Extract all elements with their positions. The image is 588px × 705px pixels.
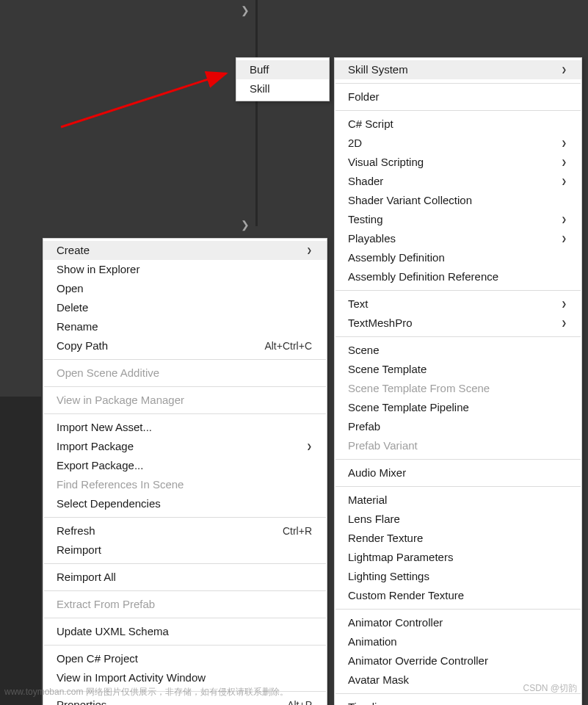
create-submenu[interactable]: Skill System❯FolderC# Script2D❯Visual Sc… bbox=[334, 57, 582, 705]
create-item-shader[interactable]: Shader❯ bbox=[335, 172, 581, 191]
menu-item-view-in-import-activity-window[interactable]: View in Import Activity Window bbox=[43, 668, 327, 687]
create-item-assembly-definition[interactable]: Assembly Definition bbox=[335, 248, 581, 267]
submenu-arrow-icon: ❯ bbox=[562, 61, 567, 79]
watermark-text: CSDN @切韵 bbox=[523, 682, 577, 695]
expand-arrow-icon[interactable]: ❯ bbox=[241, 4, 250, 16]
menu-separator bbox=[44, 386, 326, 387]
menu-separator bbox=[335, 290, 581, 291]
menu-item-label: Prefab bbox=[348, 418, 380, 435]
skillsystem-item-skill[interactable]: Skill bbox=[236, 79, 329, 98]
menu-item-label: Copy Path bbox=[57, 337, 108, 355]
menu-item-shortcut: Ctrl+R bbox=[283, 522, 312, 540]
menu-item-open-c-project[interactable]: Open C# Project bbox=[43, 649, 327, 668]
menu-item-label: Scene Template From Scene bbox=[348, 380, 490, 397]
menu-item-label: Shader Variant Collection bbox=[348, 192, 472, 209]
menu-item-reimport[interactable]: Reimport bbox=[43, 540, 327, 560]
create-item-animator-override-controller[interactable]: Animator Override Controller bbox=[335, 651, 581, 670]
create-item-scene-template-pipeline[interactable]: Scene Template Pipeline bbox=[335, 398, 581, 417]
menu-item-label: Prefab Variant bbox=[348, 437, 418, 455]
menu-item-label: Timeline bbox=[348, 698, 389, 705]
panel-divider[interactable] bbox=[255, 0, 258, 226]
create-item-scene[interactable]: Scene bbox=[335, 341, 581, 360]
menu-item-show-in-explorer[interactable]: Show in Explorer bbox=[43, 260, 327, 279]
menu-item-label: Reimport bbox=[57, 541, 101, 559]
menu-item-open-scene-additive: Open Scene Additive bbox=[43, 364, 327, 383]
menu-item-delete[interactable]: Delete bbox=[43, 298, 327, 317]
create-item-material[interactable]: Material bbox=[335, 491, 581, 510]
submenu-arrow-icon: ❯ bbox=[562, 153, 567, 171]
create-item-c-script[interactable]: C# Script bbox=[335, 115, 581, 134]
menu-item-label: Export Package... bbox=[57, 457, 143, 474]
menu-separator bbox=[44, 618, 326, 618]
create-item-folder[interactable]: Folder bbox=[335, 87, 581, 106]
create-item-scene-template-from-scene: Scene Template From Scene bbox=[335, 379, 581, 398]
create-item-skill-system[interactable]: Skill System❯ bbox=[335, 60, 581, 79]
submenu-arrow-icon: ❯ bbox=[562, 211, 567, 228]
create-item-assembly-definition-reference[interactable]: Assembly Definition Reference bbox=[335, 267, 581, 286]
menu-item-label: Scene bbox=[348, 341, 380, 359]
menu-item-label: Create bbox=[57, 242, 90, 259]
menu-item-label: Import New Asset... bbox=[57, 419, 152, 436]
menu-item-refresh[interactable]: RefreshCtrl+R bbox=[43, 521, 327, 540]
menu-item-label: Extract From Prefab bbox=[57, 596, 155, 613]
menu-item-label: Rename bbox=[57, 318, 98, 336]
menu-item-label: Import Package bbox=[57, 438, 134, 455]
create-item-animator-controller[interactable]: Animator Controller bbox=[335, 613, 581, 632]
menu-item-label: Find References In Scene bbox=[57, 476, 184, 494]
create-item-lens-flare[interactable]: Lens Flare bbox=[335, 510, 581, 529]
create-item-audio-mixer[interactable]: Audio Mixer bbox=[335, 463, 581, 482]
menu-item-export-package[interactable]: Export Package... bbox=[43, 456, 327, 475]
menu-item-label: Text bbox=[348, 295, 369, 313]
menu-item-label: Shader bbox=[348, 173, 383, 190]
create-item-render-texture[interactable]: Render Texture bbox=[335, 529, 581, 548]
create-item-shader-variant-collection[interactable]: Shader Variant Collection bbox=[335, 191, 581, 210]
menu-item-label: Open bbox=[57, 280, 84, 297]
expand-arrow-icon[interactable]: ❯ bbox=[241, 219, 250, 231]
menu-item-shortcut: Alt+P bbox=[287, 696, 312, 705]
menu-item-label: Avatar Mask bbox=[348, 671, 409, 689]
menu-item-label: Skill bbox=[250, 80, 270, 98]
create-item-text[interactable]: Text❯ bbox=[335, 294, 581, 314]
create-item-visual-scripting[interactable]: Visual Scripting❯ bbox=[335, 153, 581, 172]
create-item-prefab[interactable]: Prefab bbox=[335, 417, 581, 436]
create-item-scene-template[interactable]: Scene Template bbox=[335, 360, 581, 379]
menu-item-copy-path[interactable]: Copy PathAlt+Ctrl+C bbox=[43, 336, 327, 355]
create-item-custom-render-texture[interactable]: Custom Render Texture bbox=[335, 586, 581, 605]
create-item-prefab-variant: Prefab Variant bbox=[335, 436, 581, 455]
menu-item-import-package[interactable]: Import Package❯ bbox=[43, 437, 327, 456]
menu-item-label: TextMeshPro bbox=[348, 314, 413, 332]
create-item-textmeshpro[interactable]: TextMeshPro❯ bbox=[335, 314, 581, 333]
menu-item-view-in-package-manager: View in Package Manager bbox=[43, 391, 327, 410]
menu-item-label: Audio Mixer bbox=[348, 464, 406, 482]
project-sidebar: E Sk bbox=[0, 397, 41, 705]
create-item-playables[interactable]: Playables❯ bbox=[335, 229, 581, 248]
submenu-arrow-icon: ❯ bbox=[562, 314, 567, 332]
menu-separator bbox=[44, 517, 326, 518]
menu-item-reimport-all[interactable]: Reimport All bbox=[43, 568, 327, 587]
context-menu[interactable]: Create❯Show in ExplorerOpenDeleteRenameC… bbox=[43, 238, 327, 705]
menu-item-label: Custom Render Texture bbox=[348, 587, 464, 604]
menu-item-select-dependencies[interactable]: Select Dependencies bbox=[43, 494, 327, 513]
menu-item-label: Reimport All bbox=[57, 568, 116, 586]
menu-item-import-new-asset[interactable]: Import New Asset... bbox=[43, 418, 327, 437]
create-item-2d[interactable]: 2D❯ bbox=[335, 134, 581, 153]
skillsystem-item-buff[interactable]: Buff bbox=[236, 60, 329, 79]
menu-separator bbox=[335, 83, 581, 84]
skill-system-submenu[interactable]: BuffSkill bbox=[236, 57, 330, 101]
menu-item-label: Show in Explorer bbox=[57, 261, 139, 278]
create-item-lightmap-parameters[interactable]: Lightmap Parameters bbox=[335, 548, 581, 567]
menu-item-extract-from-prefab: Extract From Prefab bbox=[43, 595, 327, 614]
menu-item-find-references-in-scene: Find References In Scene bbox=[43, 475, 327, 494]
menu-item-update-uxml-schema[interactable]: Update UXML Schema bbox=[43, 622, 327, 641]
create-item-lighting-settings[interactable]: Lighting Settings bbox=[335, 567, 581, 586]
submenu-arrow-icon: ❯ bbox=[562, 134, 567, 152]
menu-item-label: Buff bbox=[250, 61, 269, 79]
menu-item-rename[interactable]: Rename bbox=[43, 317, 327, 336]
menu-item-label: Material bbox=[348, 491, 387, 509]
menu-item-create[interactable]: Create❯ bbox=[43, 241, 327, 260]
create-item-timeline[interactable]: Timeline bbox=[335, 698, 581, 705]
create-item-animation[interactable]: Animation bbox=[335, 632, 581, 651]
menu-item-open[interactable]: Open bbox=[43, 279, 327, 298]
create-item-testing[interactable]: Testing❯ bbox=[335, 210, 581, 229]
submenu-arrow-icon: ❯ bbox=[562, 173, 567, 190]
